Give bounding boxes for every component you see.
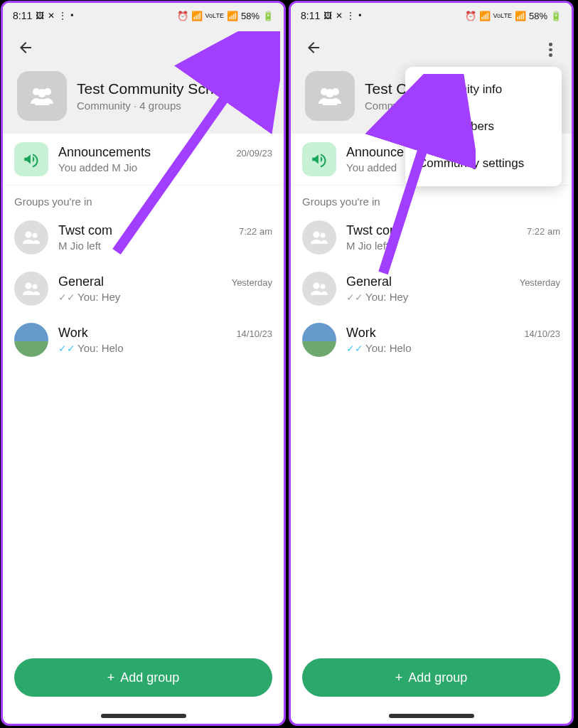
alarm-icon: ⏰ [177,11,188,21]
x-icon: ✕ [336,11,343,21]
groups-list: Announce You added Groups you're in Twst… [291,134,572,644]
community-title: Test C [365,80,407,97]
sent-ticks-icon: ✓✓ [58,291,75,303]
group-row-twst[interactable]: Twst com 7:22 am M Jio left [291,212,572,263]
community-subtitle: Community · 4 groups [77,100,235,112]
group-subtitle: M Jio left [346,240,560,252]
bottom-bar: + Add group [3,644,284,714]
group-avatar-icon [302,220,336,255]
group-subtitle: ✓✓ You: Helo [346,342,560,354]
picture-icon: 🖼 [36,11,44,21]
back-button[interactable] [302,36,325,63]
svg-point-10 [326,89,334,97]
group-avatar-image [14,323,48,357]
group-subtitle: ✓✓ You: Helo [58,342,272,354]
phone-screenshot-left: 8:11 🖼 ✕ ⋮ • ⏰ 📶 VoLTE 📶 58% 🔋 [1,1,286,726]
phone-screenshot-right: 8:11 🖼 ✕ ⋮ • ⏰ 📶 VoLTE 📶 58% 🔋 [289,1,574,726]
sent-ticks-icon: ✓✓ [346,291,363,303]
header: Test Community Scho... Community · 4 gro… [3,28,284,134]
community-subtitle: Commu [365,100,407,112]
group-title: General [346,274,392,289]
group-time: 14/10/23 [524,328,560,339]
wifi-icon: 📶 [191,11,203,21]
group-title: Work [346,326,376,341]
community-title: Test Community Scho... [77,80,235,97]
bottom-bar: + Add group [291,644,572,714]
community-header-row[interactable]: Test Community Scho... Community · 4 gro… [10,65,277,134]
x-icon: ✕ [48,11,55,21]
svg-point-11 [314,232,320,238]
group-row-general[interactable]: General Yesterday ✓✓ You: Hey [3,263,284,314]
group-time: 7:22 am [239,226,272,237]
nav-handle[interactable] [101,714,186,718]
group-subtitle: ✓✓ You: Hey [58,291,272,303]
announcements-title: Announce [346,145,404,160]
signal-icon: 📶 [227,11,238,21]
read-ticks-icon: ✓✓ [58,343,75,354]
status-time: 8:11 [301,10,320,21]
add-group-label: Add group [408,670,467,685]
announcements-row[interactable]: Announcements 20/09/23 You added M Jio [3,134,284,186]
more-options-button[interactable] [540,40,560,60]
svg-point-5 [26,283,32,289]
picture-icon: 🖼 [323,11,332,21]
bug-icon: ⋮ [58,11,67,21]
battery-text: 58% [241,11,259,21]
group-time: Yesterday [520,277,560,288]
group-time: Yesterday [232,277,272,288]
svg-point-4 [33,233,38,238]
group-title: General [58,274,104,289]
megaphone-icon [14,142,48,176]
back-button[interactable] [14,36,37,63]
group-row-work[interactable]: Work 14/10/23 ✓✓ You: Helo [3,314,284,365]
menu-community-info[interactable]: Community info [405,71,562,108]
plus-icon: + [395,670,403,685]
svg-point-12 [321,233,326,238]
svg-point-14 [321,284,326,289]
group-row-general[interactable]: General Yesterday ✓✓ You: Hey [291,263,572,314]
group-avatar-icon [14,272,48,306]
signal-icon: 📶 [515,11,526,21]
community-avatar-icon [17,71,67,121]
group-row-twst[interactable]: Twst com 7:22 am M Jio left [3,212,284,263]
community-avatar-icon [305,71,355,121]
dot-icon: • [358,11,361,21]
bug-icon: ⋮ [346,11,355,21]
add-group-button[interactable]: + Add group [14,658,272,697]
groups-section-label: Groups you're in [291,186,572,212]
group-time: 14/10/23 [236,328,272,339]
add-group-button[interactable]: + Add group [302,658,560,697]
volte-icon: VoLTE [493,12,512,19]
group-avatar-icon [14,220,48,255]
group-title: Twst com [58,223,112,238]
menu-community-settings[interactable]: Community settings [405,145,562,182]
volte-icon: VoLTE [205,12,224,19]
plus-icon: + [107,670,115,685]
battery-text: 58% [529,11,547,21]
svg-point-2 [38,89,46,97]
status-bar: 8:11 🖼 ✕ ⋮ • ⏰ 📶 VoLTE 📶 58% 🔋 [291,3,572,28]
group-avatar-image [302,323,336,357]
options-dropdown: Community info e members Community setti… [405,67,562,186]
groups-section-label: Groups you're in [3,186,284,212]
announcements-title: Announcements [58,145,151,160]
group-row-work[interactable]: Work 14/10/23 ✓✓ You: Helo [291,314,572,365]
nav-handle[interactable] [389,714,474,718]
svg-point-3 [26,232,32,238]
add-group-label: Add group [120,670,179,685]
group-title: Work [58,326,88,341]
read-ticks-icon: ✓✓ [346,343,363,354]
wifi-icon: 📶 [479,11,491,21]
groups-list: Announcements 20/09/23 You added M Jio G… [3,134,284,644]
group-title: Twst com [346,223,400,238]
megaphone-icon [302,142,336,176]
announcements-subtitle: You added M Jio [58,161,272,173]
dot-icon: • [70,11,73,21]
menu-invite-members[interactable]: e members [405,108,562,145]
status-bar: 8:11 🖼 ✕ ⋮ • ⏰ 📶 VoLTE 📶 58% 🔋 [3,3,284,28]
battery-icon: 🔋 [262,11,274,21]
announcements-time: 20/09/23 [236,148,272,159]
more-options-button[interactable] [252,40,272,60]
status-time: 8:11 [13,10,32,21]
group-subtitle: ✓✓ You: Hey [346,291,560,303]
